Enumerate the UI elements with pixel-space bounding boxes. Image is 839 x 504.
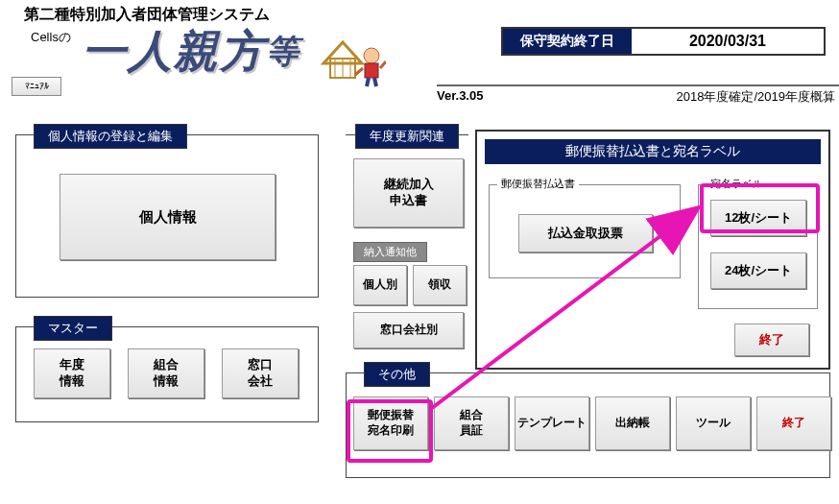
cashbook-button[interactable]: 出納帳 — [595, 396, 670, 450]
12-per-sheet-button[interactable]: 12枚/シート — [710, 200, 806, 236]
svg-line-7 — [355, 68, 363, 75]
house-worker-icon — [319, 35, 386, 91]
contract-label: 保守契約終了日 — [503, 29, 632, 54]
app-title: 一人親方等 — [82, 22, 300, 82]
group-personal-title: 個人情報の登録と編集 — [34, 124, 187, 149]
receipt-button[interactable]: 領収 — [413, 265, 467, 305]
group-renewal-title: 年度更新関連 — [355, 124, 459, 149]
union-info-button[interactable]: 組合 情報 — [128, 348, 204, 398]
group-personal: 個人情報の登録と編集 個人情報 — [15, 134, 319, 298]
individual-button[interactable]: 個人別 — [353, 265, 407, 305]
payment-slip-button[interactable]: 払込金取扱票 — [518, 214, 653, 252]
template-button[interactable]: テンプレート — [515, 396, 589, 450]
fieldset-postal-label: 郵便振替払込書 — [497, 177, 579, 191]
fiscal-year-label: 2018年度確定/2019年度概算 — [677, 88, 839, 106]
group-other-title: その他 — [364, 362, 430, 387]
manual-button[interactable]: ﾏﾆｭｱﾙ — [12, 77, 61, 96]
svg-rect-6 — [365, 63, 378, 78]
svg-line-9 — [367, 78, 369, 86]
member-card-button[interactable]: 組合 員証 — [434, 396, 509, 450]
dialog-close-button[interactable]: 終了 — [734, 324, 809, 356]
fieldset-address-label-title: 宛名ラベル — [707, 177, 767, 191]
dialog-title: 郵便振替払込書と宛名ラベル — [485, 139, 821, 164]
postal-label-dialog: 郵便振替払込書と宛名ラベル 郵便振替払込書 払込金取扱票 宛名ラベル 12枚/シ… — [475, 130, 830, 370]
svg-point-5 — [364, 48, 379, 63]
group-master: マスター 年度 情報 組合 情報 窓口 会社 — [15, 326, 319, 422]
tool-button[interactable]: ツール — [676, 396, 751, 450]
contract-date: 2020/03/31 — [632, 29, 824, 54]
svg-line-8 — [380, 61, 386, 68]
renewal-application-button[interactable]: 継続加入 申込書 — [353, 158, 464, 228]
cells-label: Cellsの — [31, 29, 71, 46]
year-info-button[interactable]: 年度 情報 — [34, 348, 110, 398]
fieldset-address-label: 宛名ラベル 12枚/シート 24枚/シート — [698, 184, 818, 309]
group-other: その他 郵便振替 宛名印刷 組合 員証 テンプレート 出納帳 ツール 終了 — [346, 372, 830, 478]
exit-button[interactable]: 終了 — [756, 396, 831, 450]
window-company-button[interactable]: 窓口 会社 — [222, 348, 299, 398]
personal-info-button[interactable]: 個人情報 — [60, 174, 276, 260]
postal-transfer-print-button[interactable]: 郵便振替 宛名印刷 — [353, 396, 428, 450]
subheader-nounyuu: 納入通知他 — [353, 242, 427, 262]
24-per-sheet-button[interactable]: 24枚/シート — [710, 252, 806, 289]
fieldset-postal: 郵便振替払込書 払込金取扱票 — [489, 184, 681, 278]
window-company-list-button[interactable]: 窓口会社別 — [353, 312, 464, 348]
svg-line-10 — [374, 78, 376, 86]
contract-box: 保守契約終了日 2020/03/31 — [501, 27, 826, 56]
version-label: Ver.3.05 — [437, 88, 483, 103]
group-master-title: マスター — [34, 316, 112, 341]
